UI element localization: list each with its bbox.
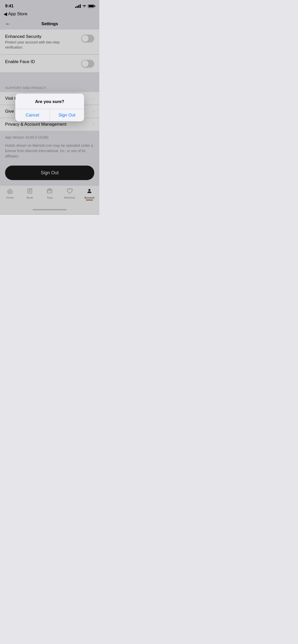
modal-overlay[interactable]: Are you sure? Cancel Sign Out bbox=[0, 0, 99, 215]
modal-signout-button[interactable]: Sign Out bbox=[50, 109, 84, 121]
modal-title: Are you sure? bbox=[20, 99, 79, 104]
modal-cancel-button[interactable]: Cancel bbox=[15, 109, 50, 121]
confirmation-dialog: Are you sure? Cancel Sign Out bbox=[15, 94, 84, 121]
modal-title-area: Are you sure? bbox=[15, 94, 84, 109]
modal-actions: Cancel Sign Out bbox=[15, 109, 84, 121]
